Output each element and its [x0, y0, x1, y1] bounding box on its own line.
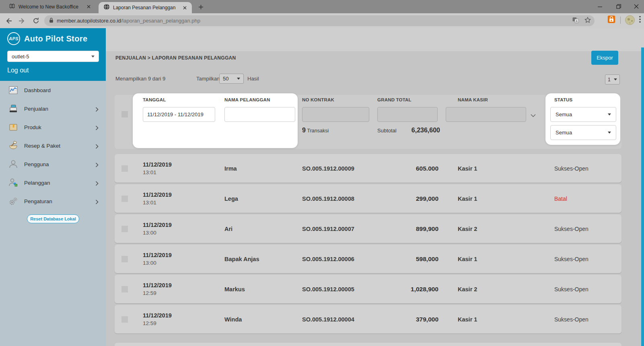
status-select-1-value: Semua: [556, 111, 572, 117]
cell-date: 11/12/2019 13:01: [139, 161, 220, 175]
row-checkbox[interactable]: [121, 316, 128, 323]
transaction-count: 9: [302, 127, 306, 134]
row-date: 11/12/2019: [143, 282, 220, 288]
new-tab-button[interactable]: [197, 3, 204, 10]
profile-avatar[interactable]: [625, 15, 635, 25]
sidebar-item-dashboard[interactable]: Dashboard: [0, 81, 106, 99]
sidebar-item-resep-paket[interactable]: Resep & Paket: [0, 136, 106, 155]
cell-grand-total: 379,000: [373, 316, 442, 323]
url-path: /laporan_pesanan_pelanggan.php: [121, 18, 200, 24]
tab-close-icon[interactable]: [85, 4, 92, 10]
sidebar-item-penjualan[interactable]: Penjualan: [0, 99, 106, 118]
sidebar-item-produk[interactable]: Produk: [0, 118, 106, 136]
grand-total-filter-input[interactable]: [377, 107, 438, 122]
cell-cashier: Kasir 1: [442, 256, 539, 262]
table-row[interactable]: 11/12/2019 12:59 Winda SO.005.1912.00004…: [115, 305, 621, 334]
cell-status: Sukses-Open: [539, 316, 621, 323]
browser-tab-strip: Welcome to New Backoffice Laporan Pesana…: [0, 0, 644, 13]
cashier-filter-input[interactable]: [446, 107, 526, 122]
page-size-label: Tampilkan: [196, 76, 220, 82]
box-icon: [8, 122, 19, 132]
status-select-2[interactable]: Semua: [550, 125, 616, 140]
row-checkbox[interactable]: [121, 196, 128, 202]
sidebar-item-pengguna[interactable]: Pengguna: [0, 155, 106, 173]
cell-contract-number: SO.005.1912.00007: [298, 226, 373, 232]
row-date: 11/12/2019: [143, 192, 220, 198]
chevron-down-icon: [614, 78, 617, 80]
table-row[interactable]: 11/12/2019 13:00 Bapak Anjas SO.005.1912…: [115, 245, 621, 273]
row-checkbox[interactable]: [121, 256, 128, 262]
chevron-down-icon: [608, 132, 611, 134]
page-number-value: 1: [608, 77, 611, 82]
globe-favicon-icon: [9, 3, 15, 11]
sidebar-item-label: Pengaturan: [24, 198, 52, 204]
shopping-extension-icon[interactable]: a: [607, 15, 616, 25]
cell-status: Batal: [539, 196, 621, 202]
cell-status: Sukses-Open: [539, 256, 621, 262]
filter-col-grand-total: GRAND TOTAL Subtotal 6,236,600: [373, 93, 442, 150]
cell-grand-total: 1,028,900: [373, 286, 442, 293]
filter-col-no-kontrak: NO KONTRAK 9 Transaksi: [298, 93, 373, 150]
row-checkbox[interactable]: [121, 286, 128, 292]
chrome-menu-icon[interactable]: [639, 16, 641, 25]
sidebar-item-pelanggan[interactable]: Pelanggan: [0, 173, 106, 192]
browser-toolbar: member.autopilotstore.co.id/laporan_pesa…: [0, 13, 644, 28]
sidebar-item-label: Produk: [24, 124, 41, 130]
cell-contract-number: SO.005.1912.00008: [298, 196, 373, 202]
sidebar-item-label: Pengguna: [24, 161, 49, 167]
status-select-1[interactable]: Semua: [550, 107, 616, 122]
export-button[interactable]: Ekspor: [591, 51, 618, 65]
sidebar-item-label: Pelanggan: [24, 180, 50, 186]
page-number-select[interactable]: 1: [605, 74, 620, 84]
page-size-select[interactable]: 50: [219, 74, 244, 84]
table-row[interactable]: 11/12/2019 13:01 Lega SO.005.1912.00008 …: [115, 184, 621, 213]
contract-filter-input[interactable]: [302, 107, 369, 122]
cash-register-icon: [8, 103, 19, 114]
forward-icon[interactable]: [17, 16, 27, 26]
table-row[interactable]: 11/12/2019 13:01 Irma SO.005.1912.00009 …: [115, 154, 621, 183]
sidebar-item-pengaturan[interactable]: Pengaturan: [0, 192, 106, 210]
lock-icon: [49, 17, 53, 25]
url-bar[interactable]: member.autopilotstore.co.id/laporan_pesa…: [44, 15, 595, 26]
tab-welcome-backoffice[interactable]: Welcome to New Backoffice: [4, 0, 96, 13]
translate-icon[interactable]: A: [572, 16, 579, 25]
cell-grand-total: 299,000: [373, 195, 442, 202]
row-checkbox[interactable]: [121, 165, 128, 172]
cell-customer-name: Ari: [220, 226, 298, 232]
chevron-right-icon: [95, 180, 99, 187]
window-minimize-button[interactable]: [594, 2, 606, 11]
customer-name-input[interactable]: [224, 107, 295, 122]
window-close-button[interactable]: [630, 2, 642, 11]
tab-laporan-pesanan[interactable]: Laporan Pesanan Pelanggan: [99, 2, 192, 13]
cell-cashier: Kasir 1: [442, 316, 539, 323]
select-all-checkbox[interactable]: [121, 111, 128, 117]
reload-icon[interactable]: [31, 16, 41, 26]
column-header-no-kontrak: NO KONTRAK: [302, 97, 334, 102]
window-restore-button[interactable]: [613, 2, 625, 11]
outlet-select[interactable]: outlet-5: [7, 51, 99, 62]
date-range-input[interactable]: [143, 107, 215, 122]
logout-link[interactable]: Log out: [7, 67, 29, 74]
svg-text:a: a: [611, 19, 612, 22]
column-header-nama-pelanggan: NAMA PELANGGAN: [224, 97, 270, 102]
page-scrollbar[interactable]: [641, 47, 644, 346]
tab-title: Welcome to New Backoffice: [19, 4, 82, 10]
bookmark-star-icon[interactable]: [584, 16, 591, 25]
tab-title: Laporan Pesanan Pelanggan: [113, 5, 178, 10]
row-time: 12:59: [143, 320, 220, 326]
chevron-right-icon: [95, 199, 99, 206]
cell-customer-name: Bapak Anjas: [220, 256, 298, 262]
row-time: 13:00: [143, 230, 220, 236]
reset-database-button[interactable]: Reset Database Lokal: [27, 214, 79, 223]
row-time: 13:01: [143, 200, 220, 206]
row-checkbox[interactable]: [121, 226, 128, 232]
row-date: 11/12/2019: [143, 222, 220, 228]
cell-cashier: Kasir 2: [442, 286, 539, 292]
tab-close-icon[interactable]: [181, 4, 188, 11]
chevron-down-icon[interactable]: [531, 112, 536, 119]
table-row[interactable]: 11/12/2019 12:59 Markus SO.005.1912.0000…: [115, 275, 621, 303]
row-date: 11/12/2019: [143, 161, 220, 168]
back-icon[interactable]: [3, 16, 14, 26]
cell-status: Sukses-Open: [539, 286, 621, 292]
table-row[interactable]: 11/12/2019 13:00 Ari SO.005.1912.00007 8…: [115, 214, 621, 243]
